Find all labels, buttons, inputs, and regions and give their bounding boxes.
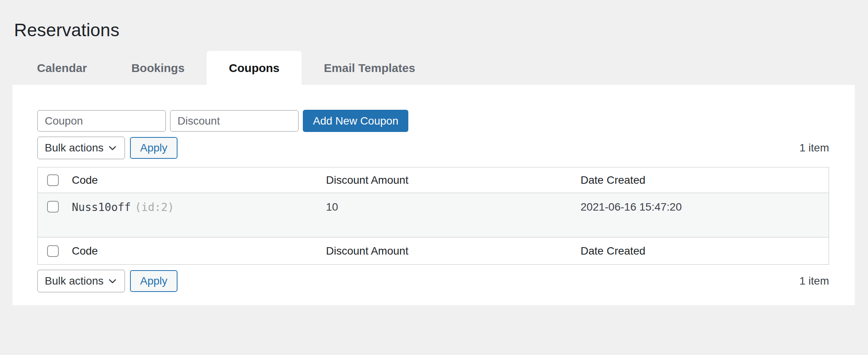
- table-footer-row: Code Discount Amount Date Created: [38, 237, 829, 265]
- footer-header-date-created: Date Created: [581, 237, 829, 265]
- select-all-checkbox-top[interactable]: [47, 174, 59, 186]
- column-header-date-created: Date Created: [581, 167, 829, 193]
- tab-email-templates[interactable]: Email Templates: [302, 51, 438, 85]
- footer-header-code: Code: [72, 237, 326, 265]
- item-count-bottom: 1 item: [799, 275, 829, 287]
- apply-button-bottom[interactable]: Apply: [130, 270, 177, 292]
- column-header-code: Code: [72, 167, 326, 193]
- admin-page: Reservations Calendar Bookings Coupons E…: [0, 0, 868, 305]
- bulk-actions-label: Bulk actions: [45, 142, 104, 154]
- chevron-down-icon: [107, 276, 118, 286]
- row-checkbox[interactable]: [47, 201, 59, 213]
- chevron-down-icon: [107, 143, 118, 153]
- discount-amount-cell: 10: [326, 193, 581, 237]
- coupon-code[interactable]: Nuss10off: [72, 201, 131, 214]
- table-header-row: Code Discount Amount Date Created: [38, 167, 829, 193]
- new-coupon-form: Add New Coupon: [37, 110, 829, 132]
- coupons-table: Code Discount Amount Date Created Nuss10…: [37, 167, 829, 265]
- discount-input[interactable]: [170, 110, 299, 132]
- page-title: Reservations: [14, 19, 868, 40]
- tab-calendar[interactable]: Calendar: [15, 51, 109, 85]
- date-created-cell: 2021-06-16 15:47:20: [581, 193, 829, 237]
- select-all-checkbox-bottom[interactable]: [47, 245, 59, 257]
- tab-coupons[interactable]: Coupons: [207, 51, 302, 85]
- apply-button-top[interactable]: Apply: [130, 137, 177, 159]
- bulk-actions-select[interactable]: Bulk actions: [37, 137, 125, 159]
- footer-header-discount-amount: Discount Amount: [326, 237, 581, 265]
- tab-bar: Calendar Bookings Coupons Email Template…: [15, 51, 868, 85]
- coupons-panel: Add New Coupon Bulk actions Apply 1 item: [12, 85, 855, 305]
- table-row: Nuss10off(id:2) 10 2021-06-16 15:47:20: [38, 193, 829, 237]
- coupon-code-cell: Nuss10off(id:2): [72, 193, 326, 237]
- bulk-actions-label-bottom: Bulk actions: [45, 275, 104, 287]
- tab-bookings[interactable]: Bookings: [109, 51, 207, 85]
- bulk-actions-select-bottom[interactable]: Bulk actions: [37, 270, 125, 292]
- coupon-id: (id:2): [135, 201, 174, 214]
- coupon-code-input[interactable]: [37, 110, 166, 132]
- item-count-top: 1 item: [799, 142, 829, 154]
- add-new-coupon-button[interactable]: Add New Coupon: [303, 110, 408, 132]
- column-header-discount-amount: Discount Amount: [326, 167, 581, 193]
- tablenav-top: Bulk actions Apply 1 item: [37, 137, 829, 159]
- tablenav-bottom: Bulk actions Apply 1 item: [37, 270, 829, 292]
